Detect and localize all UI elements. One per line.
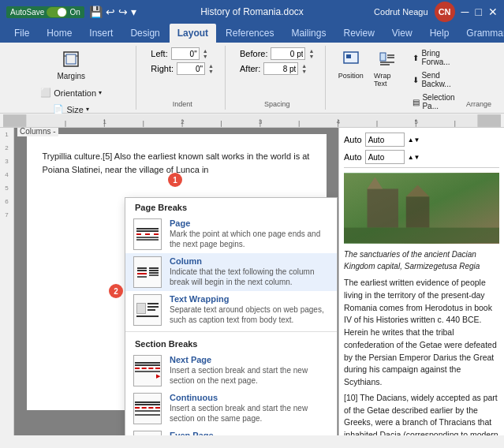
selection-pane-button[interactable]: ▤ Selection Pa...: [409, 91, 461, 112]
columns-ribbon-label: Columns -: [17, 128, 58, 136]
indent-left-down-icon[interactable]: ▼: [203, 54, 208, 59]
svg-text:5: 5: [414, 118, 418, 125]
svg-rect-5: [346, 54, 351, 58]
more-icon[interactable]: ▾: [131, 6, 136, 18]
spacing-after-label: After:: [240, 64, 260, 73]
spacing-before-input[interactable]: [271, 47, 305, 60]
svg-rect-12: [27, 114, 478, 127]
size-arrow-icon: ▾: [86, 106, 89, 113]
spacing-after-row: After: ▲ ▼: [240, 62, 314, 75]
svg-text:2: 2: [181, 118, 184, 125]
send-backward-button[interactable]: ⬇ Send Backw...: [409, 69, 461, 90]
user-avatar[interactable]: CN: [435, 2, 455, 22]
svg-rect-13: [477, 114, 501, 127]
next-page-icon: ▶: [133, 355, 162, 386]
undo-icon[interactable]: ↩: [106, 6, 115, 18]
tab-view[interactable]: View: [384, 24, 420, 43]
indent-right-input[interactable]: [177, 62, 205, 75]
auto-arrow-icon: ▲▼: [408, 136, 420, 144]
spacing-after-down-icon[interactable]: ▼: [301, 69, 307, 74]
indent-right-down-icon[interactable]: ▼: [208, 69, 214, 74]
badge-1: 1: [168, 173, 182, 187]
orientation-button[interactable]: ⬜ Orientation ▾: [35, 86, 106, 99]
bring-forward-label: Bring Forwa...: [421, 49, 458, 66]
autosave-toggle[interactable]: [47, 7, 67, 17]
tab-help[interactable]: Help: [422, 24, 457, 43]
tab-insert[interactable]: Insert: [81, 24, 121, 43]
svg-rect-31: [368, 189, 398, 227]
indent-left-input[interactable]: [171, 47, 200, 60]
ribbon-row-orient-size: ⬜ Orientation ▾: [35, 86, 106, 99]
restore-icon[interactable]: □: [476, 6, 482, 18]
tab-design[interactable]: Design: [122, 24, 167, 43]
save-icon[interactable]: 💾: [89, 6, 103, 18]
spacing-after-input[interactable]: [263, 62, 298, 75]
document-title: History of Romania.docx: [200, 6, 304, 17]
indent-controls: Left: ▲ ▼ Right: ▲ ▼: [146, 46, 218, 77]
autosave-badge[interactable]: AutoSave On: [6, 6, 84, 18]
orientation-arrow-icon: ▾: [99, 89, 102, 96]
menu-item-even-page[interactable]: -2- 4- Even Page Insert a section break …: [125, 427, 337, 435]
orientation-label: Orientation: [54, 88, 96, 98]
ribbon-row-margins: Margins: [52, 46, 90, 83]
auto-input-2[interactable]: [365, 150, 405, 164]
quick-access-toolbar: 💾 ↩ ↪ ▾: [89, 6, 136, 18]
menu-item-page[interactable]: Page Mark the point at which one page en…: [125, 215, 337, 253]
ribbon-body: Margins ⬜ Orientation ▾ 📄 Size ▾ ⬛ Colum…: [0, 43, 504, 114]
menu-item-next-page[interactable]: ▶ Next Page Insert a section break and s…: [125, 352, 337, 390]
wrap-text-icon: [376, 48, 398, 70]
svg-rect-6: [380, 53, 386, 61]
autosave-state: On: [69, 8, 80, 17]
margins-button[interactable]: Margins: [52, 46, 90, 83]
body-text-1: The earliest written evidence of people …: [344, 277, 499, 389]
menu-item-column[interactable]: Column Indicate that the text following …: [125, 253, 337, 291]
menu-item-continuous[interactable]: Continuous Insert a section break and st…: [125, 390, 337, 427]
spacing-before-down-icon[interactable]: ▼: [308, 54, 314, 59]
doc-paragraph: Trypillia culture.[5] Also the earliest …: [43, 150, 311, 176]
tab-mailings[interactable]: Mailings: [283, 24, 334, 43]
tab-review[interactable]: Review: [335, 24, 382, 43]
indent-left-up-icon[interactable]: ▲: [203, 48, 208, 54]
document-area: Columns - Trypillia culture.[5] Also the…: [14, 128, 338, 435]
svg-rect-11: [3, 114, 27, 127]
spacing-before-arrows: ▲ ▼: [308, 48, 314, 59]
bring-forward-button[interactable]: ⬆ Bring Forwa...: [409, 47, 461, 68]
close-icon[interactable]: ✕: [488, 6, 498, 18]
tab-grammarly[interactable]: Grammarly: [458, 24, 504, 43]
column-break-icon: [133, 256, 162, 288]
minimize-icon[interactable]: ─: [461, 6, 469, 18]
size-label: Size: [66, 105, 83, 114]
breaks-dropdown-menu[interactable]: Page Breaks Page: [125, 197, 338, 435]
indent-right-up-icon[interactable]: ▲: [208, 63, 214, 69]
selection-pane-icon: ▤: [413, 98, 420, 106]
wrap-text-button[interactable]: Wrap Text: [369, 46, 405, 90]
ribbon-group-spacing: Before: ▲ ▼ After: ▲ ▼ Spacing: [229, 46, 326, 110]
spacing-after-arrows: ▲ ▼: [301, 63, 307, 74]
menu-item-text-wrapping[interactable]: Text Wrapping Separate text around objec…: [125, 291, 337, 329]
redo-icon[interactable]: ↪: [118, 6, 128, 18]
ribbon-group-indent: Left: ▲ ▼ Right: ▲ ▼ Indent: [140, 46, 226, 110]
orientation-icon: ⬜: [40, 88, 51, 98]
indent-right-label: Right:: [151, 64, 174, 73]
position-button[interactable]: Position: [335, 46, 366, 90]
svg-rect-32: [406, 196, 430, 227]
even-page-icon: -2- 4-: [133, 431, 162, 435]
svg-rect-35: [344, 228, 499, 244]
arrange-label: Arrange: [466, 100, 491, 110]
section-divider: [125, 331, 337, 332]
ribbon-group-page-setup: Margins ⬜ Orientation ▾ 📄 Size ▾ ⬛ Colum…: [6, 46, 136, 110]
indent-label: Indent: [173, 100, 192, 110]
spacing-before-up-icon[interactable]: ▲: [308, 48, 314, 54]
tab-file[interactable]: File: [6, 24, 37, 43]
wrap-text-label: Wrap Text: [374, 72, 400, 88]
spacing-after-up-icon[interactable]: ▲: [301, 63, 307, 69]
text-wrapping-icon: [133, 294, 162, 326]
tab-references[interactable]: References: [218, 24, 282, 43]
svg-text:4: 4: [337, 118, 341, 125]
tab-layout[interactable]: Layout: [170, 24, 216, 43]
caption-text: The sanctuaries of the ancient Dacian Ki…: [344, 248, 499, 272]
section-breaks-section-label: Section Breaks: [125, 334, 337, 352]
auto-input-1[interactable]: [365, 133, 405, 147]
position-label: Position: [338, 72, 364, 80]
tab-home[interactable]: Home: [39, 24, 80, 43]
